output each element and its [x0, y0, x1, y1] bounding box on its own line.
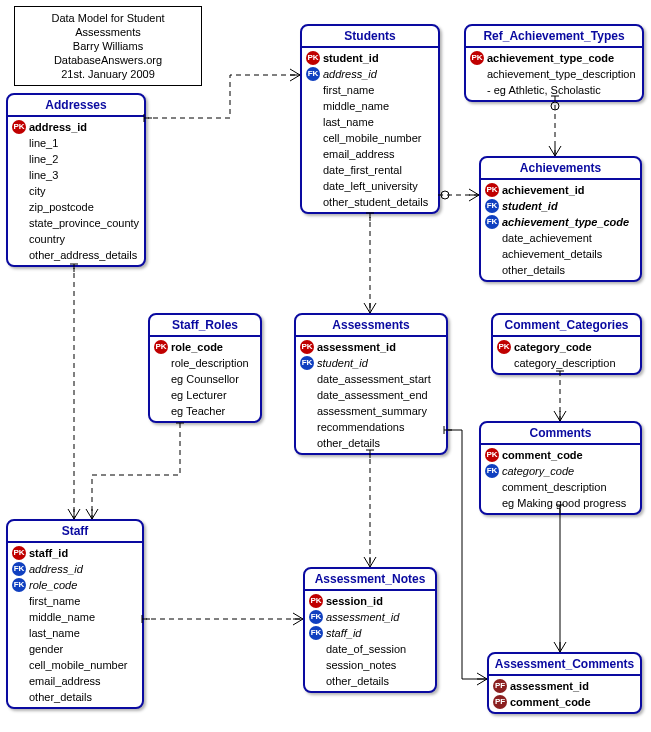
field: address_id [323, 66, 377, 82]
fk-icon: FK [12, 562, 26, 576]
entity-title: Ref_Achievement_Types [466, 26, 642, 48]
fk-icon: FK [12, 578, 26, 592]
field: email_address [29, 673, 101, 689]
field: student_id [502, 198, 558, 214]
field: comment_code [510, 694, 591, 710]
field: last_name [323, 114, 374, 130]
field: cell_mobile_number [323, 130, 421, 146]
field: achievement_type_code [502, 214, 629, 230]
fk-icon: FK [485, 215, 499, 229]
field: achievement_details [502, 246, 602, 262]
field: date_first_rental [323, 162, 402, 178]
field: middle_name [323, 98, 389, 114]
field: category_code [514, 339, 592, 355]
entity-assessment-comments: Assessment_Comments PFassessment_id PFco… [487, 652, 642, 714]
entity-staff-roles: Staff_Roles PKrole_code role_description… [148, 313, 262, 423]
field: student_id [323, 50, 379, 66]
field: staff_id [326, 625, 361, 641]
field: eg Teacher [171, 403, 225, 419]
svg-point-1 [551, 102, 559, 110]
entity-title: Assessment_Comments [489, 654, 640, 676]
fk-icon: FK [485, 199, 499, 213]
field: cell_mobile_number [29, 657, 127, 673]
entity-title: Assessment_Notes [305, 569, 435, 591]
field: last_name [29, 625, 80, 641]
field: other_student_details [323, 194, 428, 210]
field: assessment_id [510, 678, 589, 694]
field: zip_postcode [29, 199, 94, 215]
field: other_address_details [29, 247, 137, 263]
field: eg Making good progress [502, 495, 626, 511]
field: date_assessment_end [317, 387, 428, 403]
field: assessment_id [317, 339, 396, 355]
pfk-icon: PF [493, 679, 507, 693]
entity-title: Staff_Roles [150, 315, 260, 337]
entity-addresses: Addresses PKaddress_id line_1 line_2 lin… [6, 93, 146, 267]
entity-title: Assessments [296, 315, 446, 337]
entity-title: Staff [8, 521, 142, 543]
field: achievement_type_description [487, 66, 636, 82]
field: first_name [323, 82, 374, 98]
entity-ref-achievement-types: Ref_Achievement_Types PKachievement_type… [464, 24, 644, 102]
entity-staff: Staff PKstaff_id FKaddress_id FKrole_cod… [6, 519, 144, 709]
entity-title: Comments [481, 423, 640, 445]
field: other_details [326, 673, 389, 689]
svg-point-0 [441, 191, 449, 199]
field: achievement_id [502, 182, 585, 198]
entity-comments: Comments PKcomment_code FKcategory_code … [479, 421, 642, 515]
entity-assessments: Assessments PKassessment_id FKstudent_id… [294, 313, 448, 455]
fk-icon: FK [309, 626, 323, 640]
field: date_achievement [502, 230, 592, 246]
field: other_details [502, 262, 565, 278]
field: comment_description [502, 479, 607, 495]
title-l2: Barry Williams [73, 40, 143, 52]
field: address_id [29, 561, 83, 577]
pk-icon: PK [309, 594, 323, 608]
entity-comment-categories: Comment_Categories PKcategory_code categ… [491, 313, 642, 375]
fk-icon: FK [306, 67, 320, 81]
field: first_name [29, 593, 80, 609]
entity-assessment-notes: Assessment_Notes PKsession_id FKassessme… [303, 567, 437, 693]
field: role_code [29, 577, 77, 593]
field: achievement_type_code [487, 50, 614, 66]
field: category_description [514, 355, 616, 371]
field: state_province_county [29, 215, 139, 231]
title-box: Data Model for Student Assessments Barry… [14, 6, 202, 86]
field: recommendations [317, 419, 404, 435]
field: role_description [171, 355, 249, 371]
field: category_code [502, 463, 574, 479]
field: city [29, 183, 46, 199]
field: date_left_university [323, 178, 418, 194]
entity-students: Students PKstudent_id FKaddress_id first… [300, 24, 440, 214]
field: line_3 [29, 167, 58, 183]
field: middle_name [29, 609, 95, 625]
field: session_notes [326, 657, 396, 673]
field: comment_code [502, 447, 583, 463]
pk-icon: PK [12, 120, 26, 134]
pk-icon: PK [154, 340, 168, 354]
pk-icon: PK [497, 340, 511, 354]
field: email_address [323, 146, 395, 162]
entity-title: Comment_Categories [493, 315, 640, 337]
field: eg Counsellor [171, 371, 239, 387]
field: session_id [326, 593, 383, 609]
field: other_details [29, 689, 92, 705]
field: date_assessment_start [317, 371, 431, 387]
pk-icon: PK [300, 340, 314, 354]
entity-achievements: Achievements PKachievement_id FKstudent_… [479, 156, 642, 282]
field: student_id [317, 355, 368, 371]
entity-title: Students [302, 26, 438, 48]
entity-title: Achievements [481, 158, 640, 180]
fk-icon: FK [300, 356, 314, 370]
field: assessment_summary [317, 403, 427, 419]
fk-icon: FK [485, 464, 499, 478]
pk-icon: PK [12, 546, 26, 560]
field: other_details [317, 435, 380, 451]
pk-icon: PK [485, 448, 499, 462]
pk-icon: PK [306, 51, 320, 65]
field: country [29, 231, 65, 247]
field: line_1 [29, 135, 58, 151]
field: assessment_id [326, 609, 399, 625]
field: gender [29, 641, 63, 657]
title-l4: 21st. January 2009 [61, 68, 155, 80]
